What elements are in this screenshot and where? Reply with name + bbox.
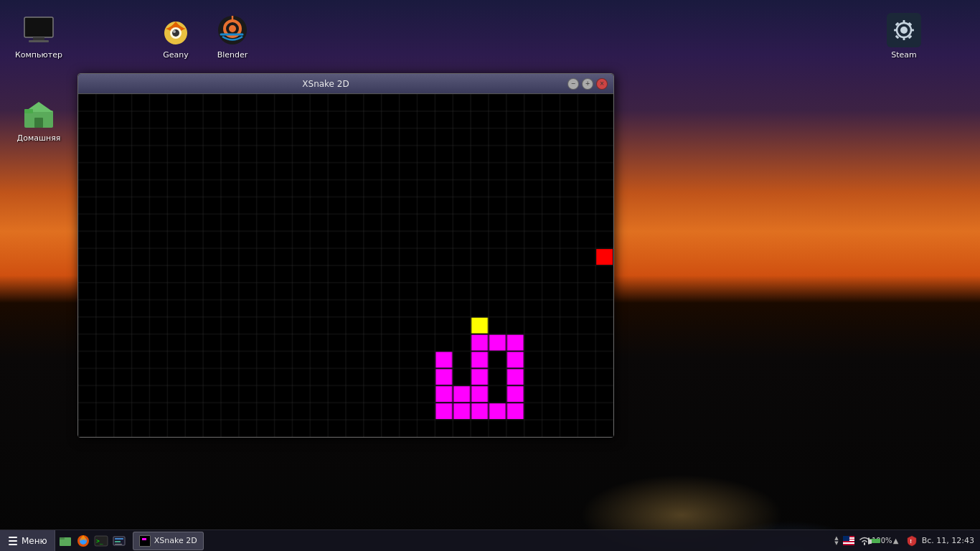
blender-icon [215,13,250,47]
battery-icon [868,537,870,545]
svg-rect-34 [115,538,123,540]
desktop-icon-steam[interactable]: Steam [875,10,933,62]
tray-volume-up[interactable]: ▲ [890,535,902,547]
home-folder-icon [22,96,56,131]
battery-fill [870,539,880,543]
taskbar-tray: ▲ ▼ 100% ▲ [829,530,980,551]
us-flag-icon [843,536,854,545]
svg-point-6 [172,29,179,37]
game-canvas[interactable] [78,94,613,437]
svg-rect-19 [903,20,905,24]
window-title: XSnake 2D [84,79,567,89]
steam-icon [887,13,921,47]
tray-security[interactable]: ! [906,535,918,547]
taskbar-app-terminal[interactable]: >_ [93,532,110,550]
geany-icon-label: Geany [163,50,189,60]
taskbar: Меню >_ [0,529,980,551]
clock-datetime: Вс. 11, 12:43 [922,536,974,545]
svg-rect-21 [894,29,897,32]
tray-language-flag[interactable] [843,535,854,547]
taskbar-quick-launch: >_ [55,530,129,551]
taskbar-window-label: XSnake 2D [154,536,197,545]
svg-rect-28 [60,537,65,540]
home-icon-label: Домашняя [17,133,61,143]
taskbar-start-label: Меню [22,536,47,546]
window-titlebar: XSnake 2D − + × [78,74,613,94]
window-close-button[interactable]: × [596,78,608,90]
svg-rect-22 [910,29,914,32]
desktop-icon-blender[interactable]: Blender [204,10,261,62]
taskbar-start-button[interactable]: Меню [0,530,55,551]
svg-rect-1 [25,18,52,37]
computer-icon-label: Компьютер [15,50,62,60]
svg-rect-35 [115,541,121,542]
svg-point-10 [229,25,236,32]
taskbar-app-system[interactable] [110,532,128,550]
menu-hamburger-icon [7,535,19,547]
window-controls: − + × [567,78,608,90]
xsnake-window: XSnake 2D − + × [77,73,614,438]
svg-point-18 [900,27,908,34]
svg-rect-20 [903,37,905,40]
svg-rect-15 [24,109,33,113]
geany-icon [159,13,193,47]
svg-point-7 [173,30,176,33]
tray-battery[interactable]: 100% [875,535,886,547]
svg-rect-14 [34,118,43,128]
desktop-icon-home[interactable]: Домашняя [10,93,67,146]
taskbar-app-files[interactable] [57,532,74,550]
xsnake-window-icon [139,535,151,547]
desktop-icon-geany[interactable]: Geany [147,10,204,62]
svg-rect-2 [33,37,44,40]
tray-arrows[interactable]: ▲ ▼ [834,536,838,546]
taskbar-app-firefox[interactable] [75,532,92,550]
window-maximize-button[interactable]: + [582,78,593,90]
svg-text:>_: >_ [96,538,103,545]
volume-up-icon: ▲ [893,537,899,545]
window-minimize-button[interactable]: − [567,78,579,90]
blender-icon-label: Blender [217,50,248,60]
svg-rect-3 [29,40,49,42]
svg-rect-36 [115,544,122,545]
tray-arrow-down: ▼ [834,541,838,546]
window-content [78,94,613,437]
svg-text:!: ! [910,539,912,545]
taskbar-window-xsnake[interactable]: XSnake 2D [133,532,204,550]
taskbar-clock[interactable]: Вс. 11, 12:43 [922,536,974,545]
steam-icon-label: Steam [891,50,917,60]
computer-icon [22,13,56,47]
desktop-icon-computer[interactable]: Компьютер [10,10,67,62]
